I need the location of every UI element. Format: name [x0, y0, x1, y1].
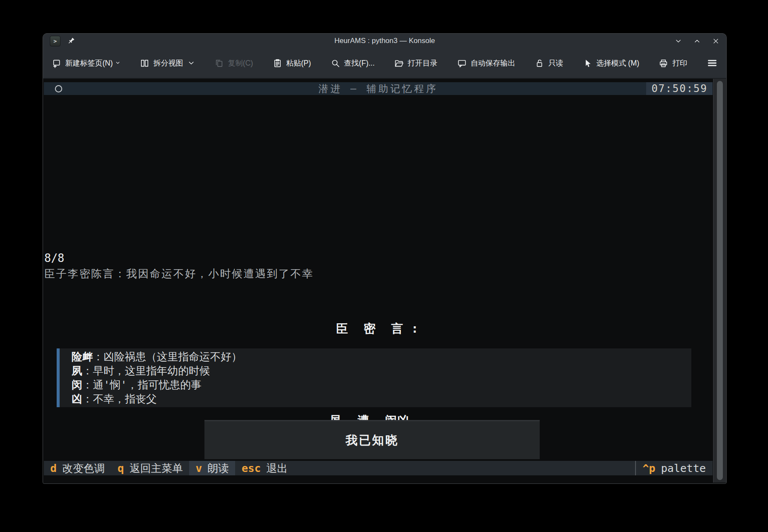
statusbar-item-read-aloud[interactable]: v 朗读: [189, 461, 235, 475]
pin-icon[interactable]: [67, 37, 75, 45]
find-button[interactable]: 查找(F)...: [331, 58, 375, 68]
statusbar-item-main-menu[interactable]: q 返回主菜单: [111, 461, 189, 475]
split-view-button[interactable]: 拆分视图: [140, 58, 195, 68]
annotation-term: 夙: [72, 365, 82, 377]
copy-button: 复制(C): [214, 58, 253, 68]
select-mode-label: 选择模式 (M): [596, 58, 639, 68]
copy-icon: [214, 58, 224, 68]
print-button[interactable]: 打印: [659, 58, 687, 68]
paste-button[interactable]: 粘贴(P): [273, 58, 311, 68]
annotation-line: 闵：通'悯'，指可忧患的事: [72, 378, 691, 392]
autosave-output-button[interactable]: 自动保存输出: [457, 58, 515, 68]
split-view-label: 拆分视图: [153, 58, 183, 68]
printer-icon: [659, 58, 668, 68]
paste-icon: [273, 58, 282, 68]
tui-header-bar: 潜进 – 辅助记忆程序 07:50:59: [44, 82, 713, 95]
progress-counter: 8/8: [44, 252, 64, 265]
annotation-def: ：通'悯'，指可忧患的事: [82, 379, 201, 391]
acknowledge-button[interactable]: 我已知晓: [204, 420, 540, 459]
hamburger-icon: [707, 58, 718, 69]
statusbar-label: 朗读: [207, 461, 229, 475]
poem-line: 臣 密 言 :: [43, 321, 712, 336]
statusbar-key: q: [118, 462, 124, 474]
new-tab-chevron-icon[interactable]: [115, 60, 121, 66]
output-bubble-icon: [457, 58, 467, 68]
new-tab-button[interactable]: 新建标签页(N): [52, 58, 121, 68]
search-icon: [331, 58, 340, 68]
app-menu-button[interactable]: >: [50, 36, 60, 46]
statusbar-item-change-theme[interactable]: d 改变色调: [44, 461, 111, 475]
annotation-def: ：凶险祸患（这里指命运不好）: [93, 351, 242, 363]
split-view-icon: [140, 58, 150, 68]
tui-status-bar: d 改变色调 q 返回主菜单 v 朗读 esc 退出 ^p palette: [44, 461, 713, 475]
statusbar-key: ^p: [643, 462, 656, 474]
open-directory-button[interactable]: 打开目录: [394, 58, 437, 68]
statusbar-item-exit[interactable]: esc 退出: [235, 461, 294, 475]
minimize-icon[interactable]: [675, 37, 682, 45]
folder-icon: [394, 58, 404, 68]
print-label: 打印: [672, 58, 687, 68]
statusbar-key: v: [196, 462, 202, 474]
statusbar-label: 改变色调: [62, 461, 105, 475]
annotation-term: 险衅: [72, 351, 93, 363]
annotation-panel: 险衅：凶险祸患（这里指命运不好） 夙：早时，这里指年幼的时候 闵：通'悯'，指可…: [57, 348, 691, 407]
statusbar-key: d: [50, 462, 57, 474]
statusbar-label: 退出: [266, 461, 288, 475]
read-only-button[interactable]: 只读: [535, 58, 563, 68]
statusbar-label: palette: [661, 462, 706, 474]
status-circle-icon: [55, 85, 62, 92]
select-mode-button[interactable]: 选择模式 (M): [583, 58, 639, 68]
new-tab-label: 新建标签页(N): [65, 58, 113, 68]
window-title: HeurAMS : python3 — Konsole: [43, 37, 726, 45]
title-bar: > HeurAMS : python3 — Konsole: [43, 34, 726, 48]
hamburger-menu-button[interactable]: [707, 58, 718, 69]
statusbar-item-palette[interactable]: ^p palette: [635, 461, 713, 475]
autosave-output-label: 自动保存输出: [471, 58, 515, 68]
annotation-line: 夙：早时，这里指年幼的时候: [72, 364, 691, 378]
konsole-window: > HeurAMS : python3 — Konsole: [43, 33, 727, 484]
split-view-chevron-icon[interactable]: [188, 60, 195, 66]
annotation-line: 凶：不幸，指丧父: [72, 392, 691, 406]
scrollbar-thumb[interactable]: [717, 81, 723, 480]
annotation-line: 险衅：凶险祸患（这里指命运不好）: [72, 350, 691, 364]
annotation-def: ：早时，这里指年幼的时候: [82, 365, 210, 377]
annotation-term: 闵: [72, 379, 82, 391]
annotation-term: 凶: [72, 393, 82, 405]
paste-label: 粘贴(P): [286, 58, 311, 68]
maximize-icon[interactable]: [693, 37, 701, 45]
unlocked-padlock-icon: [535, 58, 544, 68]
scrollbar-track[interactable]: [713, 79, 726, 483]
statusbar-label: 返回主菜单: [129, 461, 183, 475]
tui-app-title: 潜进 – 辅助记忆程序: [44, 82, 713, 95]
toolbar: 新建标签页(N) 拆分视图 复制(C): [43, 48, 726, 79]
copy-label: 复制(C): [228, 58, 253, 68]
cursor-arrow-icon: [583, 58, 593, 68]
read-only-label: 只读: [548, 58, 563, 68]
open-directory-label: 打开目录: [408, 58, 437, 68]
statusbar-key: esc: [242, 462, 261, 474]
terminal-view[interactable]: 潜进 – 辅助记忆程序 07:50:59 8/8 臣子李密陈言：我因命运不好，小…: [43, 79, 726, 483]
translation-hint-text: 臣子李密陈言：我因命运不好，小时候遭遇到了不幸: [44, 267, 314, 281]
new-tab-icon: [52, 58, 61, 68]
annotation-def: ：不幸，指丧父: [82, 393, 157, 405]
close-icon[interactable]: [712, 37, 719, 45]
find-label: 查找(F)...: [344, 58, 375, 68]
tui-clock: 07:50:59: [646, 82, 713, 95]
